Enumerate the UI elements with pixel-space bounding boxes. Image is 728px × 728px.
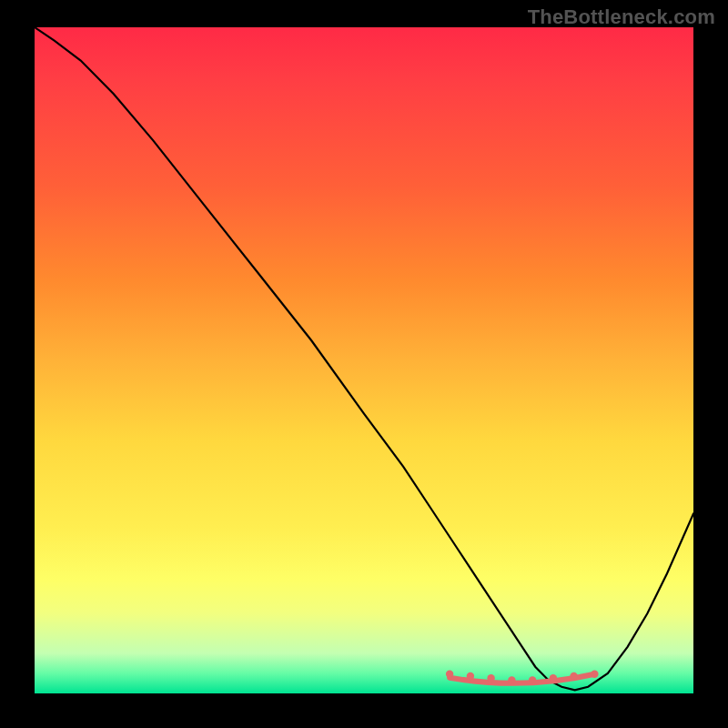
highlight-dot [550,674,557,682]
highlight-dot [570,672,577,680]
highlight-dot [487,674,494,682]
chart-svg-overlay [35,27,693,693]
highlight-dot [529,676,536,683]
bottleneck-curve-line [35,27,693,690]
highlight-dot [508,676,515,683]
highlight-dot [467,672,474,680]
highlight-dot [591,671,598,678]
chart-plot-area [35,27,693,693]
highlight-dot [446,671,453,678]
watermark-text: TheBottleneck.com [528,5,715,29]
